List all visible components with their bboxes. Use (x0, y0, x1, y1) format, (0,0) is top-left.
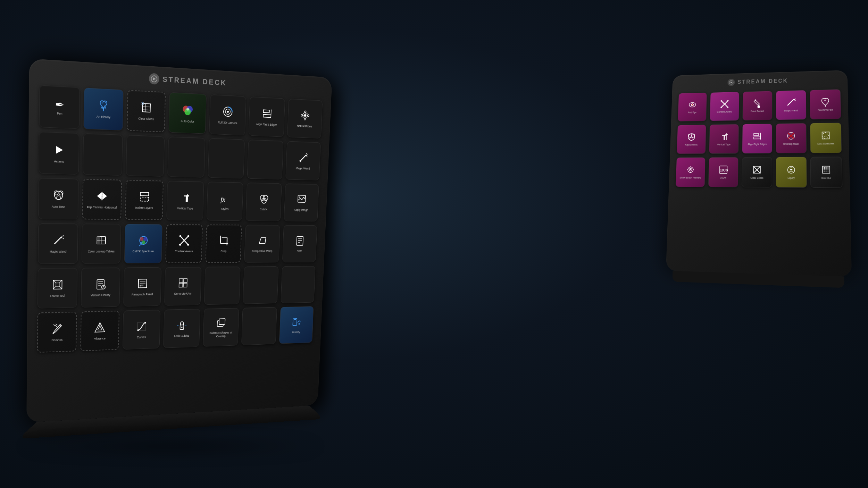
cmyk-icon (258, 193, 270, 207)
btn-sm-adjustments[interactable]: Adjustments (677, 125, 707, 154)
btn-color-lookup[interactable]: Color Lookup Tables (82, 224, 121, 264)
btn-color-lookup-label: Color Lookup Tables (87, 250, 116, 254)
svg-line-38 (307, 156, 308, 157)
svg-text:¶: ¶ (140, 285, 141, 288)
btn-clear-slices-label: Clear Slices (137, 117, 155, 121)
btn-generate-uvs[interactable]: Generate UVs (164, 267, 202, 306)
btn-content-aware[interactable]: Content Aware (165, 224, 203, 263)
isolate-layers-icon (138, 190, 151, 205)
btn-align-right-edges[interactable]: Align Right Edges (249, 96, 285, 137)
btn-art-history-label: Art History (95, 115, 111, 119)
btn-neural-filters-label: Neural Filters (296, 124, 313, 128)
btn-sm-clear-slices[interactable]: Clear Slices (742, 157, 772, 187)
svg-rect-158 (754, 133, 759, 135)
btn-sm-content-award[interactable]: Content Award (710, 92, 740, 121)
btn-styles[interactable]: fx Styles (207, 182, 243, 221)
btn-brushes[interactable]: Brushes (37, 312, 77, 353)
btn-crop[interactable]: Crop (205, 225, 242, 263)
btn-lock-guides[interactable]: Lock Guides (163, 309, 200, 348)
small-deck-title: STREAM DECK (737, 78, 788, 85)
lock-guides-icon (176, 319, 188, 333)
btn-sm-box-blur[interactable]: Box Blur (810, 157, 843, 188)
btn-empty-r5-3 (281, 266, 316, 303)
btn-auto-tone-label: Auto Tone (51, 205, 66, 209)
btn-sm-red-eye[interactable]: Red Eye (678, 92, 707, 121)
btn-apply-image[interactable]: Apply Image (284, 183, 319, 221)
btn-sm-paint-bucket-label: Paint Bucket (750, 110, 765, 113)
btn-sm-liquify[interactable]: Liquify (776, 157, 807, 188)
btn-auto-color[interactable]: Auto Color (168, 92, 207, 134)
btn-sm-freeform-pen[interactable]: Freeform Pen (810, 89, 841, 120)
svg-rect-193 (825, 169, 827, 170)
btn-actions[interactable]: Actions (39, 132, 79, 174)
clear-slices-icon (140, 101, 152, 116)
btn-version-history[interactable]: Version History (81, 268, 120, 308)
btn-frame-tool-label: Frame Tool (49, 294, 66, 298)
svg-point-62 (63, 235, 64, 236)
btn-auto-tone[interactable]: Auto Tone (38, 178, 79, 219)
svg-rect-189 (824, 167, 825, 169)
svg-point-21 (304, 114, 306, 117)
btn-magic-wand-1[interactable]: Magic Wand (285, 141, 321, 180)
svg-rect-109 (179, 279, 183, 283)
btn-magic-wand-2[interactable]: Magic Wand (38, 223, 78, 264)
btn-isolate-layers[interactable]: Isolate Layers (125, 180, 164, 220)
btn-neural-filters[interactable]: Neural Filters (287, 99, 323, 138)
btn-frame-tool[interactable]: Frame Tool (37, 268, 77, 309)
subtract-shapes-icon (215, 316, 227, 330)
btn-vertical-type[interactable]: T Vertical Type (166, 180, 204, 220)
btn-crop-label: Crop (220, 250, 227, 253)
btn-cmyk[interactable]: CMYK (246, 183, 282, 221)
svg-point-142 (727, 100, 729, 101)
btn-sm-100-zoom[interactable]: 100% 100% (708, 157, 738, 187)
svg-rect-129 (219, 319, 225, 325)
btn-sm-show-brush[interactable]: Show Brush Preview (675, 157, 706, 187)
clear-slices-sm-icon (752, 165, 762, 176)
btn-roll-3d-camera-label: Roll 3D Camera (217, 121, 239, 125)
svg-marker-1 (153, 77, 156, 80)
svg-point-63 (63, 238, 64, 239)
auto-color-icon (181, 103, 194, 119)
btn-paragraph-panel[interactable]: ¶ Paragraph Panel (123, 267, 161, 307)
btn-curves[interactable]: Curves (123, 310, 161, 350)
btn-history[interactable]: History (279, 306, 314, 344)
btn-sm-vertical-type-label: Vertical Type (716, 143, 731, 146)
btn-pen[interactable]: ✒ Pen (39, 85, 80, 129)
btn-note[interactable]: Note (282, 225, 317, 262)
svg-line-36 (306, 153, 307, 154)
deck-shadow (14, 439, 326, 453)
btn-sm-vertical-type[interactable]: T Vertical Type (709, 124, 739, 154)
svg-text:fx: fx (220, 195, 226, 203)
svg-line-37 (307, 154, 308, 155)
btn-subtract-shapes[interactable]: Subtract Shapes at Overlap (203, 308, 239, 346)
btn-curves-label: Curves (136, 335, 147, 339)
unsharp-mask-icon (786, 131, 796, 142)
btn-cmyk-spectrum[interactable]: CMYK Spectrum (124, 224, 162, 263)
btn-vibrance[interactable]: Vibrance (81, 311, 119, 351)
curves-icon (135, 320, 148, 334)
btn-flip-canvas[interactable]: Flip Canvas Horizontal (82, 179, 122, 220)
svg-line-20 (271, 110, 271, 118)
btn-sm-magic-wand[interactable]: Magic Wand (776, 90, 806, 120)
btn-empty4 (208, 138, 245, 178)
btn-sm-align-right[interactable]: Align Right Edges (742, 124, 772, 154)
perspective-warp-icon (257, 235, 268, 249)
btn-clear-slices[interactable]: Clear Slices (127, 90, 166, 132)
svg-point-173 (824, 138, 825, 138)
svg-rect-111 (179, 284, 183, 287)
svg-rect-57 (298, 195, 306, 202)
btn-perspective-warp[interactable]: Perspective Warp (244, 225, 280, 262)
svg-point-125 (181, 327, 183, 328)
btn-sm-box-blur-label: Box Blur (821, 177, 832, 180)
main-stream-deck: STREAM DECK ✒ Pen Art History (26, 59, 332, 423)
btn-roll-3d-camera[interactable]: Roll 3D Camera (209, 94, 246, 136)
main-deck-title: STREAM DECK (162, 75, 227, 87)
btn-sm-unsharp-mask[interactable]: Unsharp Mask (776, 123, 807, 153)
freeform-pen-icon (820, 97, 830, 108)
main-buttons-grid: ✒ Pen Art History (27, 81, 332, 363)
btn-subtract-shapes-label: Subtract Shapes at Overlap (203, 331, 238, 339)
svg-line-174 (825, 135, 826, 137)
btn-art-history[interactable]: Art History (83, 87, 123, 131)
btn-sm-dust-scratches[interactable]: Dust Scratches (810, 123, 842, 153)
btn-sm-paint-bucket[interactable]: Paint Bucket (742, 91, 773, 121)
